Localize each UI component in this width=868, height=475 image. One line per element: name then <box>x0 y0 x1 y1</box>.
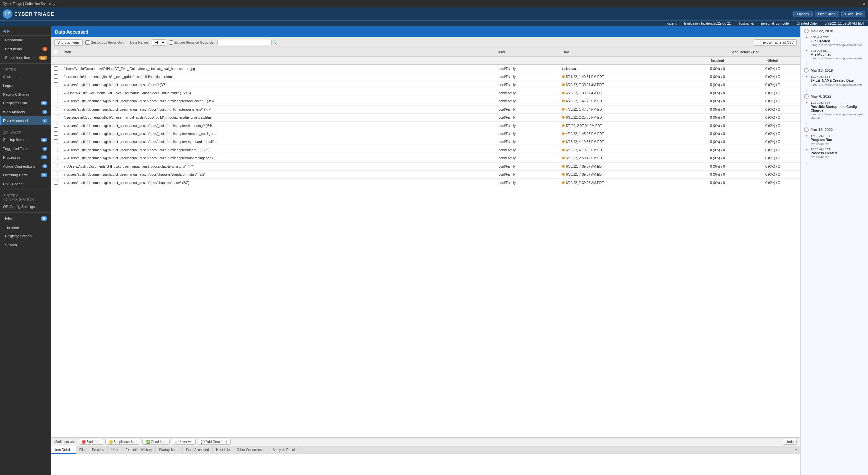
options-button[interactable]: Options <box>793 11 812 17</box>
ungroup-items-button[interactable]: Ungroup Items <box>54 39 83 46</box>
sidebar-label-bad-items: Bad Items <box>5 47 22 51</box>
sidebar-item-processes[interactable]: Processes 19 <box>0 153 51 162</box>
sidebar-item-search[interactable]: Search <box>0 241 51 249</box>
tab-user[interactable]: User <box>108 446 122 454</box>
undo-button[interactable]: Undo <box>783 439 797 445</box>
table-row[interactable]: ▶/users/austin/documents/github/ct_userm… <box>51 122 800 130</box>
row-checkbox[interactable] <box>54 74 58 79</box>
table-row[interactable]: ▶/users/austin/documents/github/ct_userm… <box>51 81 800 89</box>
sidebar-item-active-connections[interactable]: Active Connections 8 <box>0 162 51 171</box>
tab-analysis-results[interactable]: Analysis Results <box>269 446 301 454</box>
expand-arrow-icon[interactable]: ▶ <box>64 149 66 152</box>
table-row[interactable]: ▶/users/austin/documents/github/ct_userm… <box>51 179 800 187</box>
table-row[interactable]: ▶/users/austin/documents/github/ct_userm… <box>51 138 800 146</box>
sidebar-item-programs-run[interactable]: Programs Run 80 <box>0 99 51 108</box>
sidebar-item-bad-items[interactable]: Bad Items 4 <box>0 44 51 53</box>
sidebar-item-files[interactable]: Files 56 <box>0 214 51 223</box>
row-checkbox[interactable] <box>54 180 58 185</box>
expand-arrow-icon[interactable]: ▶ <box>64 100 66 103</box>
export-csv-button[interactable]: 📄 Export Table as CSV <box>754 39 797 46</box>
row-checkbox[interactable] <box>54 115 58 119</box>
expand-arrow-icon[interactable]: ▶ <box>64 124 66 128</box>
expand-arrow-icon[interactable]: ▶ <box>64 108 66 111</box>
mark-suspicious-button[interactable]: 🟡 Suspicious Item <box>105 439 141 445</box>
expand-arrow-icon[interactable]: ▶ <box>64 132 66 136</box>
tab-file[interactable]: File <box>76 446 88 454</box>
row-checkbox[interactable] <box>54 156 58 160</box>
table-row[interactable]: ▶/Users/Austin/Documents/GitHub/ct_userm… <box>51 89 800 97</box>
expand-arrow-icon[interactable]: ▶ <box>64 92 66 95</box>
row-checkbox[interactable] <box>54 172 58 176</box>
tab-execution-history[interactable]: Execution History <box>122 446 156 454</box>
expand-arrow-icon[interactable]: ▶ <box>64 83 66 87</box>
include-good-list-label[interactable]: Include Items on Good List <box>169 40 215 45</box>
sidebar-item-listening-ports[interactable]: Listening Ports 22 <box>0 171 51 179</box>
sidebar-item-suspicious-items[interactable]: Suspicious Items 117 <box>0 53 51 62</box>
include-good-list-checkbox[interactable] <box>169 40 173 45</box>
tab-data-accessed[interactable]: Data Accessed <box>183 446 213 454</box>
user-guide-button[interactable]: User Guide <box>815 11 840 17</box>
maximize-btn[interactable]: □ <box>858 2 860 6</box>
table-row[interactable]: /users/austin/documents/github/ct_userma… <box>51 114 800 122</box>
table-row[interactable]: ▶/users/austin/documents/github/ct_userm… <box>51 97 800 106</box>
sidebar-item-web-artifacts[interactable]: Web Artifacts 8 <box>0 108 51 116</box>
search-input[interactable] <box>217 40 272 45</box>
sidebar-item-startup-items[interactable]: Startup Items 20 <box>0 135 51 144</box>
add-comment-button[interactable]: 💬 Add Comment <box>198 439 231 445</box>
table-row[interactable]: /users/austin/documents/github/ct_eval_g… <box>51 73 800 81</box>
tab-other-occurrences[interactable]: Other Occurrences <box>233 446 269 454</box>
expand-arrow-icon[interactable]: ▶ <box>64 140 66 144</box>
expand-arrow-icon[interactable]: ▶ <box>64 157 66 160</box>
close-host-button[interactable]: Close Host <box>841 11 865 17</box>
sidebar-item-data-accessed[interactable]: Data Accessed 8 <box>0 116 51 125</box>
table-row[interactable]: ▶/users/austin/documents/github/ct_userm… <box>51 146 800 154</box>
row-checkbox[interactable] <box>54 164 58 168</box>
nav-fwd-arrow[interactable]: ▶ <box>7 28 10 33</box>
row-checkbox[interactable] <box>54 99 58 103</box>
expand-arrow-icon[interactable]: ▶ <box>64 165 66 168</box>
sidebar-item-dns-cache[interactable]: DNS Cache <box>0 179 51 188</box>
col-sub-incident: Incident <box>690 57 745 64</box>
row-checkbox[interactable] <box>54 82 58 87</box>
sidebar-item-accounts[interactable]: Accounts <box>0 72 51 81</box>
expand-arrow-icon[interactable]: ▶ <box>64 173 66 176</box>
select-all-checkbox[interactable] <box>54 50 58 54</box>
tab-item-details[interactable]: Item Details <box>51 446 76 454</box>
sidebar-item-network-shares[interactable]: Network Shares <box>0 90 51 99</box>
mark-unknown-button[interactable]: ⊙ Unknown <box>172 439 196 445</box>
suspicious-only-checkbox[interactable] <box>85 40 90 45</box>
table-row[interactable]: ▶/users/austin/documents/github/ct_userm… <box>51 106 800 114</box>
minimize-btn[interactable]: – <box>853 2 855 6</box>
row-checkbox[interactable] <box>54 107 58 111</box>
sidebar-item-os-config[interactable]: OS Config Settings <box>0 202 51 211</box>
search-icon[interactable]: 🔍 <box>272 40 277 45</box>
table-row[interactable]: ▶/users/austin/documents/github/ct_userm… <box>51 154 800 163</box>
row-checkbox[interactable] <box>54 66 58 71</box>
sidebar-item-dashboard[interactable]: Dashboard <box>0 36 51 44</box>
collapse-bottom-btn[interactable]: – <box>793 446 800 454</box>
row-checkbox[interactable] <box>54 131 58 136</box>
row-checkbox[interactable] <box>54 91 58 95</box>
mark-good-button[interactable]: ✅ Good Item <box>142 439 170 445</box>
table-row[interactable]: ▶/users/austin/documents/github/ct_userm… <box>51 130 800 138</box>
row-checkbox[interactable] <box>54 123 58 128</box>
row-checkbox[interactable] <box>54 148 58 152</box>
date-range-select[interactable]: All <box>152 39 166 46</box>
sidebar-item-registry-entries[interactable]: Registry Entries <box>0 232 51 241</box>
table-row[interactable]: /Users/Austin/Documents/GitHub/CT_Eval_G… <box>51 64 800 73</box>
suspicious-only-checkbox-label[interactable]: Suspicious Items Only <box>85 40 124 45</box>
timeline-event-path: /program files/poweriso/pwrisovm.exe -st… <box>811 113 865 119</box>
tab-host-info[interactable]: Host Info <box>213 446 233 454</box>
nav-back-arrow[interactable]: ◀ <box>3 28 6 33</box>
table-row[interactable]: ▶/users/austin/documents/github/ct_userm… <box>51 171 800 179</box>
sidebar-item-triggered-tasks[interactable]: Triggered Tasks 9 <box>0 144 51 153</box>
expand-arrow-icon[interactable]: ▶ <box>64 181 66 185</box>
tab-startup-items[interactable]: Startup Items <box>156 446 183 454</box>
sidebar-item-logins[interactable]: Logins <box>0 81 51 90</box>
row-checkbox[interactable] <box>54 139 58 144</box>
sidebar-item-timeline[interactable]: Timeline <box>0 223 51 232</box>
mark-bad-button[interactable]: 🔴 Bad Item <box>79 439 103 445</box>
table-row[interactable]: ▶/Users/Austin/Documents/GitHub/ct_userm… <box>51 163 800 171</box>
close-btn[interactable]: ✕ <box>863 2 865 6</box>
tab-process[interactable]: Process <box>88 446 108 454</box>
